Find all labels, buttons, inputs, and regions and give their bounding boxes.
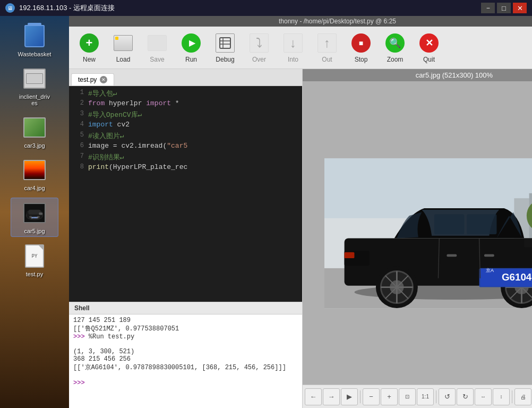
wastebasket-label: Wastebasket xyxy=(18,51,51,57)
shell-run-line: >>> %Run test.py xyxy=(73,333,298,341)
separator-1 xyxy=(360,390,361,403)
desktop-icon-car3[interactable]: car3.jpg xyxy=(11,113,58,151)
code-line-7: 7 #识别结果↵ xyxy=(69,152,302,163)
car5-label: car5.jpg xyxy=(24,228,45,234)
zoom-button[interactable]: 🔍 Zoom xyxy=(379,30,411,65)
play-button[interactable]: ▶ xyxy=(341,388,358,405)
save-label: Save xyxy=(150,56,164,63)
svg-rect-9 xyxy=(220,38,230,48)
desktop-icon-wastebasket[interactable]: Wastebasket xyxy=(11,21,58,60)
shell-header: Shell xyxy=(69,302,302,314)
svg-rect-34 xyxy=(344,252,354,258)
zoom-out-button[interactable]: − xyxy=(363,388,380,405)
debug-button[interactable]: Debug xyxy=(209,30,241,65)
tab-close-button[interactable]: ✕ xyxy=(100,76,107,83)
rotate-ccw-button[interactable]: ↺ xyxy=(439,388,456,405)
zoom-in-button[interactable]: + xyxy=(381,388,398,405)
svg-text:京A G6104: 京A G6104 xyxy=(31,217,38,219)
original-size-button[interactable]: 1:1 xyxy=(417,388,434,405)
car4-image-icon xyxy=(23,160,46,180)
forward-button[interactable]: → xyxy=(323,388,340,405)
save-icon xyxy=(147,32,168,54)
rotate-cw-button[interactable]: ↻ xyxy=(457,388,474,405)
debug-icon xyxy=(214,32,236,54)
stop-button[interactable]: Stop xyxy=(345,30,377,65)
run-label: Run xyxy=(185,56,197,63)
run-button[interactable]: Run xyxy=(175,30,207,65)
tab-bar: test.py ✕ xyxy=(69,69,302,86)
toolbar: + New Load Save Run xyxy=(69,27,532,69)
over-button[interactable]: ⤵ Over xyxy=(243,30,275,65)
shell-spacer xyxy=(73,341,298,348)
inclient-label: inclient_driv es xyxy=(19,94,50,106)
desktop-icon-testpy[interactable]: PY test.py xyxy=(11,241,58,279)
car5-icon-img: 京A G6104 xyxy=(22,200,47,226)
separator-3 xyxy=(512,390,512,403)
svg-rect-4 xyxy=(39,212,42,215)
quit-button[interactable]: ✕ Quit xyxy=(413,30,445,65)
shell-output-3: (1, 3, 300, 521) xyxy=(73,348,298,355)
run-icon xyxy=(181,32,202,54)
code-line-3: 3 #导入OpenCV库↵ xyxy=(69,109,302,120)
desktop-icon-car4[interactable]: car4.jpg xyxy=(11,155,58,193)
zoom-icon: 🔍 xyxy=(384,32,406,54)
over-icon: ⤵ xyxy=(248,32,270,54)
code-line-6: 6 image = cv2.imread("car5 xyxy=(69,141,302,152)
save-button[interactable]: Save xyxy=(141,30,173,65)
quit-label: Quit xyxy=(423,56,435,63)
car4-label: car4.jpg xyxy=(24,185,45,191)
testpy-label: test.py xyxy=(26,271,43,277)
separator-2 xyxy=(436,390,436,403)
desktop-icon-car5[interactable]: 京A G6104 car5.jpg xyxy=(11,198,58,237)
svg-text:G6104: G6104 xyxy=(501,271,531,283)
image-view: ✦ xyxy=(303,81,532,385)
close-button[interactable]: ✕ xyxy=(513,3,527,13)
debug-label: Debug xyxy=(216,56,234,63)
editor-tab[interactable]: test.py ✕ xyxy=(71,73,114,86)
car5-image-icon: 京A G6104 xyxy=(23,203,46,223)
flip-h-button[interactable]: ↔ xyxy=(475,388,492,405)
code-line-4: 4 import cv2 xyxy=(69,120,302,131)
maximize-button[interactable]: □ xyxy=(497,3,511,13)
shell-output-2: [['鲁Q521MZ', 0.977538807051 xyxy=(73,324,298,333)
testpy-icon-img: PY xyxy=(22,243,47,269)
titlebar-text: 192.168.11.103 - 远程桌面连接 xyxy=(19,3,115,13)
stop-label: Stop xyxy=(355,56,368,63)
car5-image: ✦ xyxy=(324,154,533,313)
image-header: car5.jpg (521x300) 100% xyxy=(303,69,532,81)
shell-content[interactable]: 127 145 251 189 [['鲁Q521MZ', 0.977538807… xyxy=(69,314,302,408)
into-label: Into xyxy=(288,56,298,63)
content-area: test.py ✕ 1 #导入包↵ 2 from hyperlpr import… xyxy=(69,69,532,408)
zoom-label: Zoom xyxy=(387,56,404,63)
path-bar: thonny - /home/pi/Desktop/test.py @ 6:25 xyxy=(69,16,532,27)
flip-v-button[interactable]: ↕ xyxy=(493,388,510,405)
new-icon: + xyxy=(79,32,100,54)
code-editor[interactable]: 1 #导入包↵ 2 from hyperlpr import * 3 #导入Op… xyxy=(69,86,302,302)
into-button[interactable]: ↓ Into xyxy=(277,30,309,65)
desktop-sidebar: Wastebasket inclient_driv es car3.jpg xyxy=(0,16,69,408)
minimize-button[interactable]: － xyxy=(481,3,495,13)
svg-rect-55 xyxy=(447,254,457,257)
car4-icon-img xyxy=(22,157,47,183)
print-button[interactable]: 🖨 xyxy=(514,388,531,405)
out-label: Out xyxy=(322,56,332,63)
svg-rect-26 xyxy=(467,214,496,234)
code-line-1: 1 #导入包↵ xyxy=(69,88,302,99)
out-button[interactable]: ↑ Out xyxy=(311,30,343,65)
back-button[interactable]: ← xyxy=(305,388,322,405)
titlebar-icon: 🖥 xyxy=(5,3,15,13)
wastebasket-icon xyxy=(24,25,45,47)
shell-prompt-line: >>> xyxy=(73,379,298,387)
fit-button[interactable]: ⊡ xyxy=(399,388,416,405)
drive-icon xyxy=(23,69,46,89)
python-file-icon: PY xyxy=(25,244,44,268)
load-button[interactable]: Load xyxy=(107,30,139,65)
new-button[interactable]: + New xyxy=(73,30,105,65)
tab-label: test.py xyxy=(78,76,97,83)
svg-rect-56 xyxy=(484,254,494,257)
desktop-icon-inclient[interactable]: inclient_driv es xyxy=(11,64,58,108)
load-icon xyxy=(113,32,134,54)
stop-icon xyxy=(350,32,372,54)
shell-spacer2 xyxy=(73,372,298,379)
wastebasket-icon-img xyxy=(22,23,47,49)
